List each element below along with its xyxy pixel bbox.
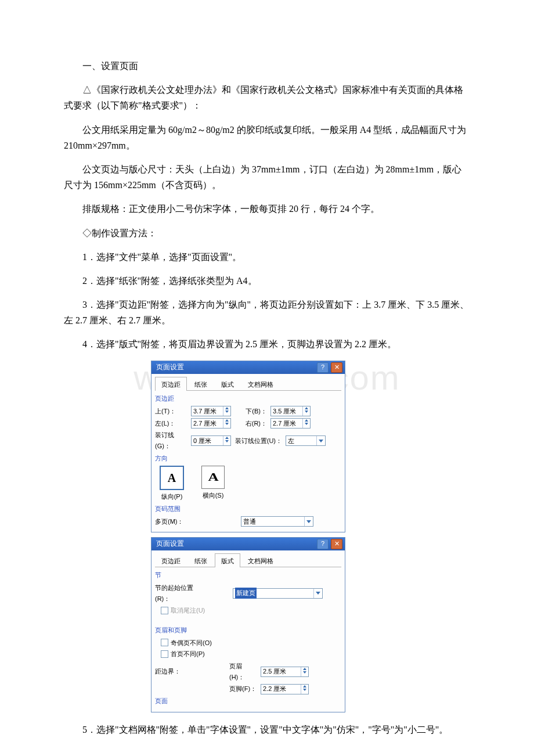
group-section-title: 节 (155, 570, 341, 581)
label-multipage: 多页(M)： (155, 516, 187, 527)
label-top: 上(T)： (155, 406, 187, 417)
tab-margins[interactable]: 页边距 (155, 377, 187, 391)
spinner-icon[interactable] (302, 406, 310, 416)
chevron-down-icon[interactable] (313, 589, 322, 598)
group-page-title: 页面 (155, 696, 341, 707)
value-right: 2.7 厘米 (273, 418, 296, 429)
paragraph: 1．选择"文件"菜单，选择"页面设置"。 (64, 249, 470, 265)
input-header[interactable]: 2.5 厘米 (261, 667, 309, 677)
checkbox-suppress-label: 取消尾注(U) (171, 605, 205, 616)
label-right: 右(R)： (234, 418, 267, 429)
help-button[interactable]: ? (317, 362, 329, 373)
group-margins-title: 页边距 (155, 393, 341, 404)
chevron-down-icon[interactable] (316, 436, 325, 445)
checkbox-odd-even-label: 奇偶页不同(O) (171, 638, 212, 649)
orientation-landscape-label: 横向(S) (201, 490, 225, 501)
tab-grid[interactable]: 文档网格 (241, 553, 280, 568)
tab-margins[interactable]: 页边距 (155, 553, 187, 568)
value-footer: 2.2 厘米 (263, 683, 286, 694)
paragraph: 2．选择"纸张"附签，选择纸张类型为 A4。 (64, 273, 470, 289)
dialog-titlebar[interactable]: 页面设置 ? ✕ (151, 538, 345, 550)
paragraph: 排版规格：正文使用小二号仿宋字体，一般每页排 20 行，每行 24 个字。 (64, 201, 470, 217)
label-footer: 页脚(F)： (229, 683, 257, 694)
input-right[interactable]: 2.7 厘米 (270, 418, 311, 429)
value-left: 2.7 厘米 (193, 418, 217, 429)
value-gutter-pos: 左 (288, 435, 294, 447)
label-header: 页眉(H)： (229, 661, 257, 682)
heading-1: 一、设置页面 (64, 58, 470, 74)
input-left[interactable]: 2.7 厘米 (191, 418, 231, 429)
label-gutter: 装订线(G)： (155, 430, 187, 451)
value-bottom: 3.5 厘米 (273, 406, 296, 417)
label-from-border: 距边界： (155, 666, 187, 677)
label-gutter-pos: 装订线位置(U)： (234, 435, 282, 447)
paragraph: 公文用纸采用定量为 60g/m2～80g/m2 的胶印纸或复印纸。一般采用 A4… (64, 122, 470, 153)
value-header: 2.5 厘米 (263, 666, 286, 677)
value-gutter: 0 厘米 (193, 435, 211, 447)
paragraph: 公文页边与版心尺寸：天头（上白边）为 37mm±1mm，订口（左白边）为 28m… (64, 161, 470, 193)
landscape-icon: A (201, 466, 225, 489)
dialog-body: 页边距 纸张 版式 文档网格 节 节的起始位置(R)： 新建页 取消尾注(U) … (151, 550, 345, 712)
paragraph: 5．选择"文档网格"附签，单击"字体设置"，设置"中文字体"为"仿宋"，"字号"… (64, 722, 470, 737)
paragraph: 3．选择"页边距"附签，选择方向为"纵向"，将页边距分别设置如下：上 3.7 厘… (64, 297, 470, 328)
checkbox-suppress-endnotes: 取消尾注(U) (161, 605, 341, 616)
input-top[interactable]: 3.7 厘米 (191, 406, 231, 416)
portrait-icon: A (160, 466, 184, 490)
dropdown-section-start[interactable]: 新建页 (233, 588, 323, 599)
dialog-title: 页面设置 (156, 538, 184, 549)
group-orientation-title: 方向 (155, 453, 341, 464)
label-left: 左(L)： (155, 418, 187, 429)
page-setup-dialog-layout: 页面设置 ? ✕ 页边距 纸张 版式 文档网格 节 节的起始位置(R)： 新建页… (151, 537, 345, 712)
checkbox-icon (161, 607, 168, 614)
dialog-titlebar[interactable]: 页面设置 ? ✕ (151, 361, 345, 374)
dropdown-multipage[interactable]: 普通 (241, 516, 313, 527)
close-button[interactable]: ✕ (331, 539, 342, 549)
paragraph: 4．选择"版式"附签，将页眉边界设置为 2.5 厘米，页脚边界设置为 2.2 厘… (64, 336, 470, 352)
spinner-icon[interactable] (223, 436, 230, 445)
spinner-icon[interactable] (302, 419, 310, 428)
chevron-down-icon[interactable] (304, 517, 313, 526)
checkbox-icon (161, 650, 168, 658)
orientation-portrait[interactable]: A 纵向(P) (160, 466, 184, 502)
dialog-body: 页边距 纸张 版式 文档网格 页边距 上(T)： 3.7 厘米 下(B)： 3.… (151, 374, 345, 532)
dialog-tabs: 页边距 纸张 版式 文档网格 (155, 553, 341, 568)
spinner-icon[interactable] (301, 685, 308, 694)
spinner-icon[interactable] (223, 419, 230, 428)
help-button[interactable]: ? (317, 539, 329, 549)
checkbox-odd-even[interactable]: 奇偶页不同(O) (161, 638, 341, 649)
paragraph: ◇制作设置方法： (64, 225, 470, 241)
paragraph: △《国家行政机关公文处理办法》和《国家行政机关公文格式》国家标准中有关页面的具体… (64, 82, 470, 113)
value-top: 3.7 厘米 (193, 406, 217, 417)
value-multipage: 普通 (243, 516, 256, 527)
checkbox-first-page-label: 首页不同(P) (171, 649, 205, 660)
tab-layout[interactable]: 版式 (215, 553, 240, 568)
group-header-footer-title: 页眉和页脚 (155, 625, 341, 636)
tab-paper[interactable]: 纸张 (188, 553, 214, 568)
document-page: www.bdocx.com 一、设置页面 △《国家行政机关公文处理办法》和《国家… (0, 0, 534, 756)
label-bottom: 下(B)： (234, 406, 267, 417)
tab-grid[interactable]: 文档网格 (241, 377, 280, 391)
value-section-start: 新建页 (235, 588, 257, 599)
dialog-title: 页面设置 (156, 361, 184, 373)
label-section-start: 节的起始位置(R)： (155, 582, 203, 604)
input-footer[interactable]: 2.2 厘米 (261, 684, 309, 694)
input-bottom[interactable]: 3.5 厘米 (270, 406, 311, 416)
checkbox-first-page[interactable]: 首页不同(P) (161, 649, 341, 660)
input-gutter[interactable]: 0 厘米 (191, 435, 231, 446)
group-page-range-title: 页码范围 (155, 503, 341, 514)
tab-paper[interactable]: 纸张 (188, 377, 214, 391)
dropdown-gutter-pos[interactable]: 左 (286, 435, 326, 446)
orientation-landscape[interactable]: A 横向(S) (201, 466, 225, 502)
close-button[interactable]: ✕ (331, 362, 342, 373)
spinner-icon[interactable] (301, 667, 308, 676)
page-setup-dialog-margins: 页面设置 ? ✕ 页边距 纸张 版式 文档网格 页边距 上(T)： 3.7 厘米… (151, 361, 345, 532)
orientation-portrait-label: 纵向(P) (160, 491, 184, 502)
tab-layout[interactable]: 版式 (215, 377, 240, 391)
checkbox-icon (161, 639, 168, 646)
spinner-icon[interactable] (223, 406, 230, 416)
dialog-tabs: 页边距 纸张 版式 文档网格 (155, 376, 341, 391)
